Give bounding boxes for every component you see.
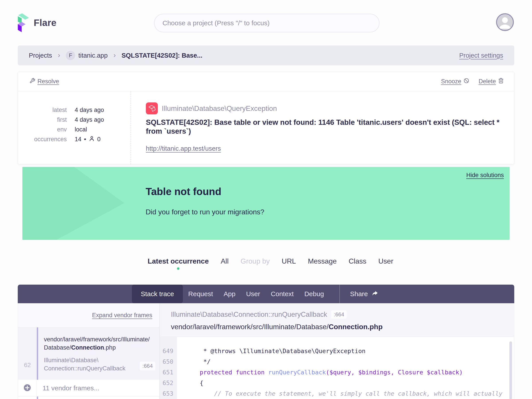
code-header-line-badge: :664 [331,310,347,319]
stat-label: latest [18,107,67,114]
next-frame-stub [18,397,159,399]
frame-accent-bar [37,397,38,399]
exception-details: Illuminate\Database\QueryException SQLST… [131,91,514,165]
occurrence-url-link[interactable]: http://titanic.app.test/users [146,145,221,152]
stat-label: env [18,126,67,133]
error-card-actions: Resolve Snooze Delete [18,72,514,91]
vendor-gutter [18,380,37,396]
frames-sidebar: Expand vendor frames 62 vendor/laravel/f… [18,303,160,399]
top-header: Flare [18,0,514,44]
breadcrumb-project-label: titanic.app [78,52,108,59]
plus-circle-icon[interactable] [24,384,31,392]
nav-tab-request[interactable]: Request [183,285,218,303]
affected-users-count: 0 [97,136,101,143]
frame-gutter: 62 [18,327,37,380]
code-line: * @throws \Illuminate\Database\QueryExce… [185,346,514,356]
tab-group-by[interactable]: Group by [241,257,270,265]
chevron-right-icon: › [114,51,116,59]
delete-label: Delete [479,78,496,85]
error-message: SQLSTATE[42S02]: Base table or view not … [146,118,500,136]
breadcrumb-project-link[interactable]: F titanic.app [66,51,108,60]
error-card: Resolve Snooze Delete [18,72,514,165]
snooze-button[interactable]: Snooze [441,78,469,85]
wrench-icon [30,78,35,85]
hide-solutions-link[interactable]: Hide solutions [466,172,504,179]
error-card-body: latest 4 days ago first 4 days ago env l… [18,91,514,165]
user-icon [89,136,95,143]
flare-logo-icon [18,13,29,32]
nav-tab-debug[interactable]: Debug [299,285,329,303]
delete-button[interactable]: Delete [479,78,504,85]
breadcrumb-projects-link[interactable]: Projects [29,52,52,59]
share-icon [371,290,379,298]
code-line: { [185,378,514,388]
stat-row-first: first 4 days ago [18,115,131,125]
stack-frame-selected[interactable]: 62 vendor/laravel/framework/src/Illumina… [18,327,159,380]
tab-user[interactable]: User [378,257,393,265]
trash-icon [498,78,504,85]
brand[interactable]: Flare [18,13,57,32]
share-button[interactable]: Share [350,290,379,298]
user-avatar[interactable] [496,13,514,31]
expand-vendor-frames-link[interactable]: Expand vendor frames [92,312,152,319]
brand-name: Flare [34,18,57,28]
occurrence-tabs: Latest occurrence All Group by URL Messa… [148,257,393,265]
code-header: Illuminate\Database\Connection::runQuery… [160,303,514,337]
code-panel: Illuminate\Database\Connection::runQuery… [160,303,514,399]
chevron-right-icon: › [58,51,60,59]
stat-row-env: env local [18,125,131,134]
expand-vendor-frames-row: Expand vendor frames [18,303,159,327]
frame-line-badge: :664 [140,361,155,370]
stat-row-occurrences: occurrences 14 • 0 [18,134,131,144]
person-silhouette-icon [497,14,513,30]
occurrence-stats: latest 4 days ago first 4 days ago env l… [18,91,131,165]
nav-tab-app[interactable]: App [218,285,241,303]
hexagon-decoration [22,203,124,240]
code-line-numbers: 649 650 651 652 653 [160,337,177,399]
vendor-frames-label: 11 vendor frames... [43,384,99,392]
laravel-icon [146,102,158,114]
solution-body: Did you forget to run your migrations? [146,208,264,216]
tab-latest-occurrence[interactable]: Latest occurrence [148,257,209,265]
frame-index: 62 [24,361,31,369]
tab-class[interactable]: Class [349,257,367,265]
code-viewer: 649 650 651 652 653 * @throws \Illuminat… [160,337,514,399]
frame-class-method: Illuminate\Database\ Connection::runQuer… [44,356,155,373]
nav-divider [339,285,340,303]
frame-file-path: vendor/laravel/framework/src/Illuminate/… [44,335,155,352]
nav-tab-stack-trace[interactable]: Stack trace [132,285,183,303]
project-settings-link[interactable]: Project settings [459,52,503,59]
solution-banner: Hide solutions Table not found Did you f… [22,167,510,240]
breadcrumb-current: SQLSTATE[42S02]: Base... [121,52,202,59]
bullet-separator: • [84,136,86,143]
stat-label: first [18,116,67,123]
frame-content: vendor/laravel/framework/src/Illuminate/… [38,327,159,380]
nav-tab-user[interactable]: User [241,285,265,303]
snooze-label: Snooze [441,78,461,85]
detail-nav: Stack trace Request App User Context Deb… [18,285,514,303]
stat-value: 4 days ago [75,116,104,123]
nav-tab-context[interactable]: Context [266,285,299,303]
code-scrollbar[interactable] [509,341,512,399]
vendor-frames-row[interactable]: 11 vendor frames... [18,380,159,397]
occurrence-count: 14 [75,136,81,143]
resolve-button[interactable]: Resolve [30,78,59,85]
stat-value: local [75,126,87,133]
project-search-input[interactable] [154,14,380,32]
tab-url[interactable]: URL [282,257,296,265]
stat-row-latest: latest 4 days ago [18,105,131,115]
ban-icon [463,78,469,85]
code-line: protected function runQueryCallback($que… [185,367,514,378]
tab-message[interactable]: Message [308,257,337,265]
tab-all[interactable]: All [221,257,229,265]
stat-label: occurrences [18,136,67,143]
hexagon-decoration [22,167,124,203]
resolve-label: Resolve [38,78,59,85]
breadcrumb: Projects › F titanic.app › SQLSTATE[42S0… [18,45,514,65]
code-line: // To execute the statement, we'll simpl… [185,388,514,399]
stack-trace-panel: Expand vendor frames 62 vendor/laravel/f… [18,303,514,399]
stat-value: 14 • 0 [75,136,101,143]
project-badge: F [66,51,75,60]
code-header-path: vendor/laravel/framework/src/Illuminate/… [171,323,514,331]
stat-value: 4 days ago [75,107,104,114]
